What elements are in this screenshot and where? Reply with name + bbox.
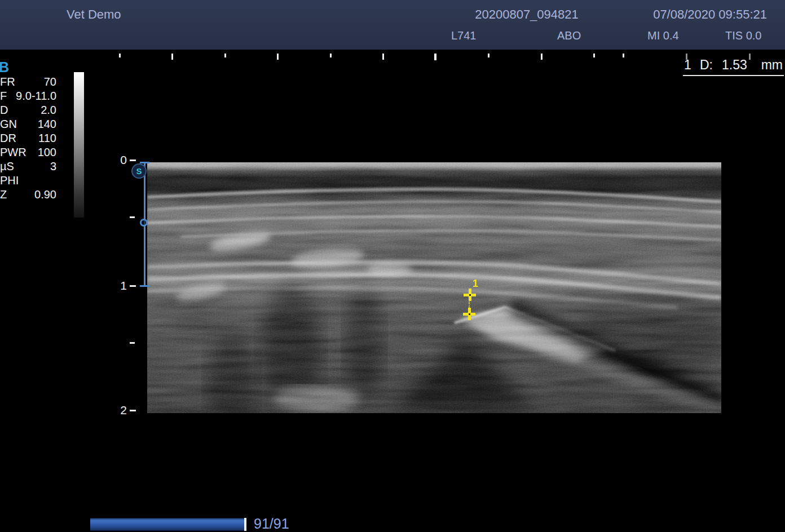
patient-name: Vet Demo: [67, 7, 121, 22]
caliper-center-dot: [469, 313, 470, 315]
ruler-tick: [382, 54, 384, 60]
depth-mark: 1: [115, 279, 136, 292]
param-value: 70: [44, 76, 56, 88]
header-bar: Vet Demo 20200807_094821 07/08/2020 09:5…: [0, 0, 785, 50]
param-value: 100: [38, 146, 56, 159]
ultrasound-image: [147, 162, 721, 413]
param-row: Z 0.90: [0, 188, 56, 202]
param-label: PWR: [0, 146, 27, 159]
caliper-label: 1: [473, 278, 478, 290]
param-value: 110: [38, 132, 56, 145]
cine-progress-bar[interactable]: [90, 518, 246, 531]
param-row: DR 110: [0, 131, 56, 145]
depth-tick: [130, 285, 136, 287]
param-row: FR 70: [0, 75, 56, 89]
grayscale-bar: [74, 72, 84, 218]
exam-datetime: 07/08/2020 09:55:21: [653, 7, 767, 22]
ruler-tick: [171, 54, 173, 60]
caliper-center-dot: [469, 294, 471, 296]
measurement-unit: mm: [761, 57, 783, 73]
param-label: DR: [0, 132, 16, 145]
param-label: FR: [0, 76, 15, 88]
param-value: 140: [38, 118, 56, 131]
param-label: Z: [0, 188, 7, 201]
param-value: 9.0-11.0: [16, 90, 56, 103]
param-value: 3: [50, 160, 56, 173]
param-value: 0.90: [34, 188, 56, 201]
measurement-label: D:: [700, 57, 713, 73]
depth-tick: [130, 159, 136, 161]
ruler-tick: [119, 54, 121, 57]
depth-mark: [115, 342, 135, 344]
param-label: GN: [0, 118, 17, 131]
param-row: PWR 100: [0, 145, 56, 159]
depth-label: 0: [115, 153, 130, 167]
depth-tick: [130, 410, 136, 411]
ruler-tick: [541, 54, 543, 60]
param-label: F: [0, 90, 7, 103]
mi-value: MI 0.4: [647, 29, 679, 42]
mode-indicator: B: [0, 59, 56, 75]
ruler-center-tick: [434, 54, 436, 60]
param-value: 2.0: [41, 104, 56, 117]
param-row: D 2.0: [0, 103, 56, 117]
depth-tick: [130, 342, 135, 344]
focal-zone-cap-bottom: [140, 285, 149, 287]
depth-label: 1: [115, 279, 130, 292]
depth-mark: 0: [115, 153, 136, 167]
caliper-cross-start[interactable]: [464, 289, 476, 301]
cine-position-cursor[interactable]: [244, 518, 246, 531]
param-label: D: [0, 104, 8, 117]
param-label: µS: [0, 160, 14, 173]
depth-label: 2: [115, 404, 130, 417]
measurement-index: 1: [684, 57, 691, 73]
tis-value: TIS 0.0: [725, 29, 761, 42]
focal-zone-cap-top: [140, 162, 149, 163]
param-row: F 9.0-11.0: [0, 89, 56, 103]
measurement-value: 1.53: [722, 57, 747, 73]
depth-mark: 2: [115, 404, 136, 417]
param-label: PHI: [0, 174, 19, 187]
depth-tick: [130, 216, 135, 218]
probe-model: L741: [451, 29, 477, 42]
ruler-tick: [224, 54, 226, 57]
ruler-tick: [277, 54, 279, 60]
param-row: GN 140: [0, 117, 56, 131]
measurement-readout: 1 D: 1.53 mm: [680, 57, 784, 77]
cine-frame-counter: 91/91: [254, 516, 289, 532]
exam-id: 20200807_094821: [467, 7, 586, 22]
imaging-params-panel: B FR 70 F 9.0-11.0 D 2.0 GN 140 DR 110 P…: [0, 59, 56, 202]
measurement-underline: [683, 75, 784, 76]
param-row: PHI: [0, 174, 56, 188]
ruler-tick: [593, 54, 595, 57]
depth-mark: [115, 216, 135, 218]
probe-orientation-marker: S: [131, 163, 147, 179]
ruler-tick: [330, 54, 332, 57]
param-row: µS 3: [0, 159, 56, 174]
caliper-cross-end[interactable]: [463, 308, 475, 320]
focus-position-marker[interactable]: [140, 219, 148, 227]
ruler-tick: [623, 54, 624, 57]
ruler-tick: [488, 54, 489, 57]
preset-label: ABO: [557, 29, 581, 42]
